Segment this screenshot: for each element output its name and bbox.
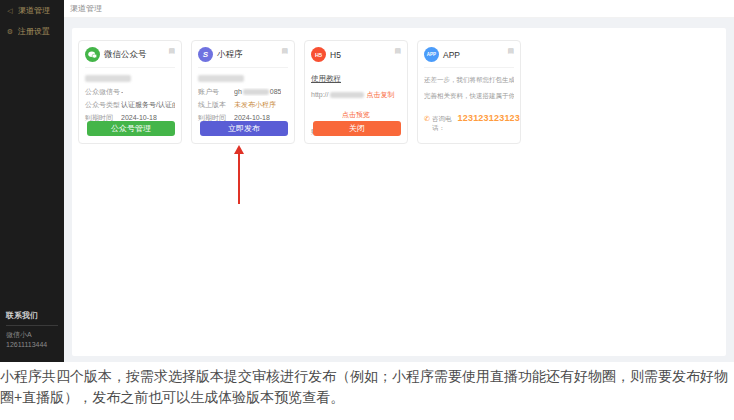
h5-url-prefix: http://: [311, 91, 329, 98]
card-wechat-official: 微信公众号 ▤ 公众微信号 - 公众号类型 认证服务号/认证的订阅… 到期时间: [78, 40, 182, 144]
phone-label: 咨询电话：: [432, 115, 456, 133]
card-h5: H5 H5 ▤ 使用教程 http:// 点击复制 点击预览 到期时间： 202: [304, 40, 408, 144]
row-value: 认证服务号/认证的订阅…: [121, 101, 175, 109]
card-title: H5: [330, 50, 341, 60]
contact-phone: 12611113444: [6, 340, 58, 350]
wechat-icon: [85, 47, 100, 62]
main-area: 渠道管理 微信公众号 ▤ 公众微信号 -: [64, 0, 734, 362]
row-label: 公众号类型: [85, 101, 121, 109]
channel-cards: 微信公众号 ▤ 公众微信号 - 公众号类型 认证服务号/认证的订阅… 到期时间: [72, 28, 726, 144]
info-row: 线上版本 未发布小程序: [198, 101, 288, 109]
app-icon: APP: [424, 47, 439, 62]
card-app: APP APP ▤ 还差一步，我们将帮您打包生成APP程式 完善相关资料，快速搭…: [417, 40, 521, 144]
card-settings-icon[interactable]: ▤: [507, 47, 514, 55]
sidebar-item-channel-management[interactable]: ◁ 渠道管理: [0, 0, 64, 21]
sidebar-item-register-settings[interactable]: ⚙ 注册设置: [0, 21, 64, 42]
card-title: 微信公众号: [104, 49, 147, 61]
redacted-account-name: [85, 75, 131, 82]
contact-wechat: 微信小A: [6, 330, 58, 340]
card-settings-icon[interactable]: ▤: [281, 47, 288, 55]
red-arrow-annotation: [234, 145, 244, 204]
app-promo-line-1: 还差一步，我们将帮您打包生成APP程式: [424, 76, 514, 84]
row-value-masked: gh085: [234, 88, 281, 96]
sidebar-item-label: 渠道管理: [18, 5, 50, 16]
row-label: 公众微信号: [85, 88, 121, 96]
info-row: 账户号 gh085: [198, 88, 288, 96]
register-icon: ⚙: [6, 28, 14, 36]
card-title: APP: [443, 50, 460, 60]
phone-number: 123123123123: [458, 113, 520, 123]
contact-title: 联系我们: [6, 310, 58, 321]
tutorial-link[interactable]: 使用教程: [311, 74, 341, 84]
preview-link[interactable]: 点击预览: [342, 111, 370, 118]
sidebar: ◁ 渠道管理 ⚙ 注册设置 联系我们 微信小A 12611113444: [0, 0, 64, 362]
card-settings-icon[interactable]: ▤: [168, 47, 175, 55]
card-header: 微信公众号 ▤: [85, 47, 175, 68]
miniprogram-icon: S: [198, 47, 213, 62]
contact-block: 联系我们 微信小A 12611113444: [0, 306, 64, 354]
contact-divider: [6, 325, 58, 326]
phone-icon: ✆: [424, 115, 430, 123]
card-miniprogram: S 小程序 ▤ 账户号 gh085 线上版本 未发布小程序 到期时间: [191, 40, 295, 144]
close-button[interactable]: 关闭: [313, 121, 401, 136]
content-panel: 微信公众号 ▤ 公众微信号 - 公众号类型 认证服务号/认证的订阅… 到期时间: [72, 28, 726, 356]
channel-icon: ◁: [6, 7, 14, 15]
h5-url-row: http:// 点击复制: [311, 90, 401, 100]
official-account-manage-button[interactable]: 公众号管理: [87, 121, 175, 136]
card-header: H5 H5 ▤: [311, 47, 401, 67]
row-value: -: [121, 88, 123, 96]
consult-phone-row: ✆ 咨询电话： 123123123123: [424, 113, 520, 133]
app-promo-line-2: 完善相关资料，快速搭建属于你的APP程式: [424, 92, 514, 100]
blurred-url: [330, 92, 364, 98]
copy-link[interactable]: 点击复制: [366, 91, 394, 98]
arrow-head: [234, 145, 244, 154]
card-settings-icon[interactable]: ▤: [394, 47, 401, 55]
info-row: 公众号类型 认证服务号/认证的订阅…: [85, 101, 175, 109]
caption-text: 小程序共四个版本，按需求选择版本提交审核进行发布（例如；小程序需要使用直播功能还…: [0, 366, 734, 408]
row-label: 线上版本: [198, 101, 234, 109]
card-header: APP APP ▤: [424, 47, 514, 68]
card-header: S 小程序 ▤: [198, 47, 288, 68]
row-label: 账户号: [198, 88, 234, 96]
topbar: 渠道管理: [64, 0, 734, 18]
redacted-account-name: [198, 75, 244, 82]
row-value: 未发布小程序: [234, 101, 276, 109]
publish-now-button[interactable]: 立即发布: [200, 121, 288, 136]
h5-icon: H5: [311, 47, 326, 62]
app-screenshot: ◁ 渠道管理 ⚙ 注册设置 联系我们 微信小A 12611113444 渠道管理: [0, 0, 734, 362]
breadcrumb: 渠道管理: [70, 3, 102, 14]
card-title: 小程序: [217, 49, 243, 61]
info-row: 公众微信号 -: [85, 88, 175, 96]
arrow-shaft: [238, 154, 240, 204]
blurred-id: [243, 89, 269, 95]
preview-row: 点击预览: [311, 103, 401, 121]
sidebar-item-label: 注册设置: [18, 26, 50, 37]
